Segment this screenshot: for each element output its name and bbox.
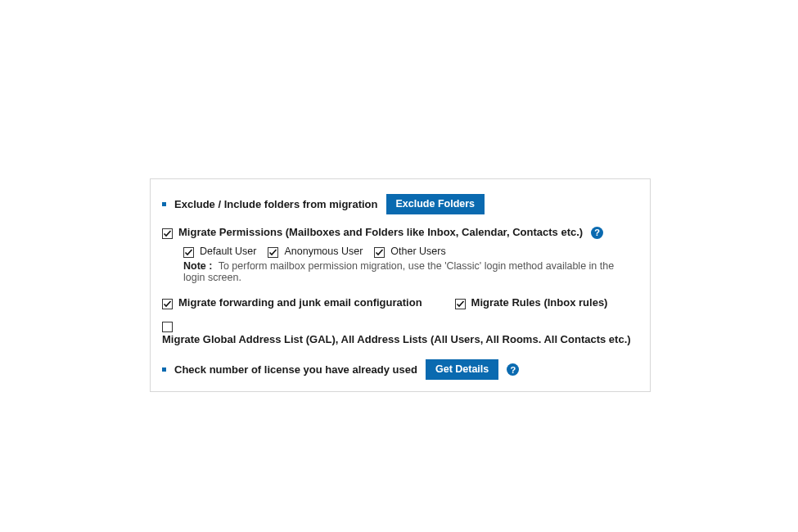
permissions-note: Note : To perform mailbox permission mig… [183,260,638,283]
note-label: Note : [183,260,212,272]
migrate-gal-label: Migrate Global Address List (GAL), All A… [162,331,631,348]
other-users-item: Other Users [374,246,445,257]
migration-options-panel: Exclude / Include folders from migration… [150,178,651,392]
migrate-rules-label: Migrate Rules (Inbox rules) [471,295,608,311]
migrate-forwarding-checkbox[interactable] [162,299,173,309]
default-user-checkbox[interactable] [183,247,194,258]
forwarding-rules-row: Migrate forwarding and junk email config… [162,295,638,311]
migrate-rules-checkbox[interactable] [455,299,466,309]
bullet-icon [162,202,166,206]
other-users-label: Other Users [390,246,445,257]
migrate-permissions-label: Migrate Permissions (Mailboxes and Folde… [178,224,583,241]
bullet-icon [162,367,166,372]
default-user-item: Default User [183,246,256,257]
anonymous-user-label: Anonymous User [284,246,363,257]
exclude-include-label: Exclude / Include folders from migration [174,196,378,213]
license-row: Check number of license you have already… [162,359,638,380]
migrate-forwarding-label: Migrate forwarding and junk email config… [178,295,422,311]
forwarding-pair: Migrate forwarding and junk email config… [162,295,422,311]
migrate-permissions-checkbox[interactable] [162,228,173,239]
help-icon[interactable]: ? [507,363,519,376]
help-icon[interactable]: ? [591,227,603,239]
migrate-permissions-subrow: Default User Anonymous User Other Users [183,246,638,257]
exclude-folders-button[interactable]: Exclude Folders [386,194,485,214]
anonymous-user-item: Anonymous User [268,246,363,257]
license-label: Check number of license you have already… [174,362,417,378]
gal-row: Migrate Global Address List (GAL), All A… [162,321,638,348]
migrate-permissions-row: Migrate Permissions (Mailboxes and Folde… [162,224,638,241]
anonymous-user-checkbox[interactable] [268,247,278,258]
note-text: To perform mailbox permission migration,… [183,260,614,283]
exclude-include-row: Exclude / Include folders from migration… [162,194,638,214]
migrate-gal-checkbox[interactable] [162,322,173,332]
get-details-button[interactable]: Get Details [426,359,498,380]
rules-pair: Migrate Rules (Inbox rules) [455,295,608,311]
default-user-label: Default User [200,246,256,257]
other-users-checkbox[interactable] [374,247,385,258]
